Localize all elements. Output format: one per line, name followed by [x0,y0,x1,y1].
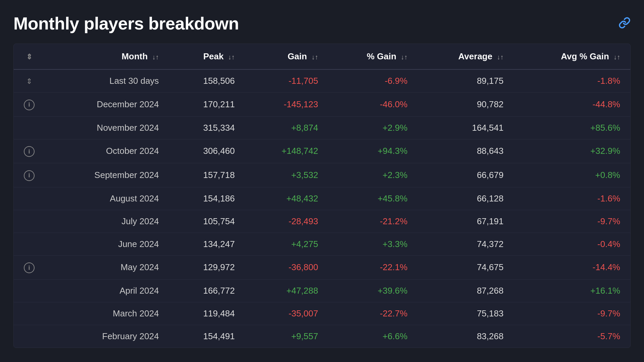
sort-icon-peak: ↓↑ [228,53,235,61]
row-icon-cell [14,302,45,325]
row-icon-cell: i [14,93,45,117]
cell-average: 66,679 [418,163,514,187]
cell-average: 164,541 [418,116,514,139]
cell-month: February 2024 [45,325,169,348]
row-icon-cell: i [14,255,45,280]
cell-avg-pct-gain: -1.6% [514,187,630,210]
table-row: June 2024134,247+4,275+3.3%74,372-0.4% [14,233,630,255]
cell-month: Last 30 days [45,69,169,93]
drag-handle-icon[interactable]: ⇕ [26,77,32,85]
cell-avg-pct-gain: +0.8% [514,163,630,187]
row-icon-cell: i [14,163,45,187]
cell-peak: 154,491 [169,325,245,348]
cell-pct-gain: +2.3% [328,163,417,187]
cell-month: October 2024 [45,139,169,163]
cell-average: 90,782 [418,93,514,117]
cell-pct-gain: +45.8% [328,187,417,210]
page-header: Monthly players breakdown [13,13,631,34]
table-row: iMay 2024129,972-36,800-22.1%74,675-14.4… [14,255,630,280]
cell-gain: +9,557 [245,325,328,348]
cell-avg-pct-gain: -14.4% [514,255,630,280]
monthly-breakdown-table: ⇕ Month ↓↑ Peak ↓↑ Gain ↓↑ % Gain ↓↑ Ave… [14,44,630,348]
cell-peak: 166,772 [169,280,245,302]
cell-pct-gain: -46.0% [328,93,417,117]
sort-icon-average: ↓↑ [497,53,503,61]
table-row: July 2024105,754-28,493-21.2%67,191-9.7% [14,210,630,233]
table-row: iSeptember 2024157,718+3,532+2.3%66,679+… [14,163,630,187]
cell-month: August 2024 [45,187,169,210]
cell-average: 67,191 [418,210,514,233]
cell-peak: 134,247 [169,233,245,255]
column-header-pct-gain[interactable]: % Gain ↓↑ [328,44,417,69]
cell-avg-pct-gain: -1.8% [514,69,630,93]
cell-gain: -28,493 [245,210,328,233]
row-icon-cell [14,210,45,233]
drag-sort-icon: ⇕ [26,53,32,61]
row-icon-cell [14,187,45,210]
cell-gain: -145,123 [245,93,328,117]
info-icon[interactable]: i [24,100,35,110]
cell-average: 89,175 [418,69,514,93]
cell-gain: -35,007 [245,302,328,325]
cell-pct-gain: +39.6% [328,280,417,302]
column-header-gain[interactable]: Gain ↓↑ [245,44,328,69]
cell-peak: 170,211 [169,93,245,117]
cell-average: 83,268 [418,325,514,348]
row-icon-cell: ⇕ [14,69,45,93]
cell-average: 88,643 [418,139,514,163]
cell-avg-pct-gain: +16.1% [514,280,630,302]
column-header-avg-pct-gain[interactable]: Avg % Gain ↓↑ [514,44,630,69]
cell-average: 74,675 [418,255,514,280]
cell-peak: 129,972 [169,255,245,280]
row-icon-cell [14,325,45,348]
cell-month: May 2024 [45,255,169,280]
cell-avg-pct-gain: +32.9% [514,139,630,163]
cell-pct-gain: -22.1% [328,255,417,280]
cell-month: June 2024 [45,233,169,255]
cell-peak: 157,718 [169,163,245,187]
cell-pct-gain: +3.3% [328,233,417,255]
column-header-peak[interactable]: Peak ↓↑ [169,44,245,69]
cell-month: November 2024 [45,116,169,139]
column-header-drag: ⇕ [14,44,45,69]
cell-month: September 2024 [45,163,169,187]
table-row: February 2024154,491+9,557+6.6%83,268-5.… [14,325,630,348]
table-row: April 2024166,772+47,288+39.6%87,268+16.… [14,280,630,302]
table-header-row: ⇕ Month ↓↑ Peak ↓↑ Gain ↓↑ % Gain ↓↑ Ave… [14,44,630,69]
table-row: iOctober 2024306,460+148,742+94.3%88,643… [14,139,630,163]
info-icon[interactable]: i [24,262,35,273]
cell-avg-pct-gain: -5.7% [514,325,630,348]
row-icon-cell [14,116,45,139]
cell-pct-gain: +94.3% [328,139,417,163]
cell-avg-pct-gain: -44.8% [514,93,630,117]
column-header-average[interactable]: Average ↓↑ [418,44,514,69]
cell-avg-pct-gain: -0.4% [514,233,630,255]
info-icon[interactable]: i [24,146,35,157]
sort-icon-gain: ↓↑ [311,53,318,61]
sort-icon-avg-pct-gain: ↓↑ [613,53,620,61]
cell-gain: -36,800 [245,255,328,280]
cell-pct-gain: +6.6% [328,325,417,348]
row-icon-cell [14,233,45,255]
link-icon[interactable] [619,17,631,32]
sort-icon-pct-gain: ↓↑ [401,53,408,61]
cell-peak: 105,754 [169,210,245,233]
cell-avg-pct-gain: -9.7% [514,302,630,325]
info-icon[interactable]: i [24,170,35,181]
cell-gain: -11,705 [245,69,328,93]
cell-month: April 2024 [45,280,169,302]
cell-peak: 306,460 [169,139,245,163]
cell-gain: +8,874 [245,116,328,139]
sort-icon-month: ↓↑ [152,53,159,61]
table-row: August 2024154,186+48,432+45.8%66,128-1.… [14,187,630,210]
table-row: ⇕Last 30 days158,506-11,705-6.9%89,175-1… [14,69,630,93]
cell-gain: +4,275 [245,233,328,255]
cell-average: 75,183 [418,302,514,325]
cell-peak: 119,484 [169,302,245,325]
cell-pct-gain: -22.7% [328,302,417,325]
cell-avg-pct-gain: -9.7% [514,210,630,233]
table-row: iDecember 2024170,211-145,123-46.0%90,78… [14,93,630,117]
column-header-month[interactable]: Month ↓↑ [45,44,169,69]
row-icon-cell: i [14,139,45,163]
cell-peak: 154,186 [169,187,245,210]
